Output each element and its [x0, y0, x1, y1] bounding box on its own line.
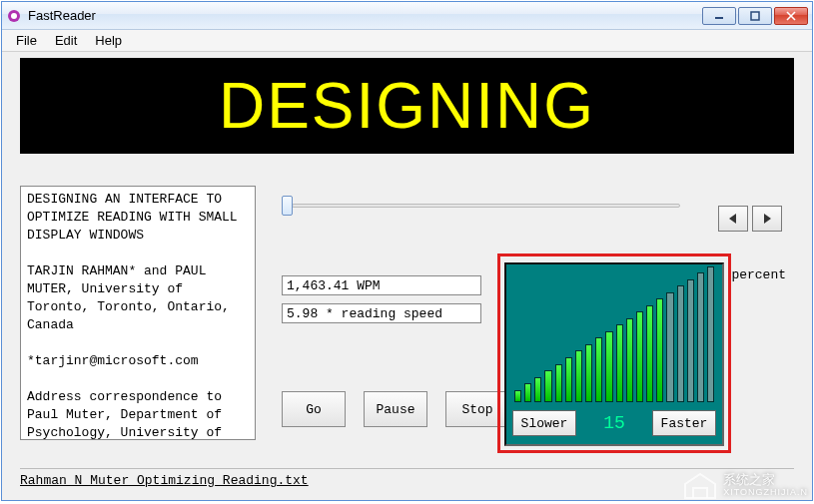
playback-controls: Go Pause Stop — [282, 391, 509, 427]
menubar: File Edit Help — [2, 30, 812, 52]
next-button[interactable] — [752, 206, 782, 232]
speed-bar — [544, 370, 551, 402]
menu-edit[interactable]: Edit — [47, 31, 85, 50]
minimize-button[interactable] — [702, 7, 736, 25]
source-text-box[interactable]: DESIGNING AN INTERFACE TO OPTIMIZE READI… — [20, 186, 256, 440]
menu-file[interactable]: File — [8, 31, 45, 50]
speed-bar — [656, 298, 663, 402]
app-window: FastReader File Edit Help DESIGNING DESI… — [1, 1, 813, 501]
slider-thumb[interactable] — [282, 196, 293, 216]
speed-bar — [707, 266, 714, 402]
status-filename: Rahman_N_Muter_Optimizing_Reading.txt — [20, 473, 309, 488]
word-display: DESIGNING — [20, 58, 794, 154]
window-title: FastReader — [28, 8, 702, 23]
speed-bar — [666, 292, 673, 402]
speed-bar — [636, 311, 643, 402]
speed-bar — [555, 364, 562, 403]
progress-slider[interactable] — [282, 194, 680, 216]
speed-bar — [646, 305, 653, 402]
speed-value: 15 — [603, 413, 625, 433]
pause-button[interactable]: Pause — [364, 391, 427, 427]
app-icon — [6, 8, 22, 24]
slower-button[interactable]: Slower — [512, 410, 576, 436]
close-button[interactable] — [774, 7, 808, 25]
speed-bar — [595, 337, 602, 402]
menu-help[interactable]: Help — [87, 31, 130, 50]
speed-bar — [616, 324, 623, 402]
wpm-readout: 1,463.41 WPM — [282, 275, 481, 295]
svg-marker-6 — [729, 214, 736, 224]
speed-panel: Slower 15 Faster — [504, 262, 724, 446]
current-word: DESIGNING — [219, 69, 595, 143]
speed-bar — [687, 279, 694, 402]
speed-bar — [626, 318, 633, 402]
nav-arrows — [718, 206, 782, 232]
prev-button[interactable] — [718, 206, 748, 232]
faster-button[interactable]: Faster — [652, 410, 716, 436]
maximize-button[interactable] — [738, 7, 772, 25]
reading-speed-readout: 5.98 * reading speed — [282, 303, 481, 323]
speed-bar — [524, 383, 531, 402]
speed-bar — [677, 285, 684, 402]
speed-controls: Slower 15 Faster — [512, 408, 716, 438]
svg-rect-3 — [751, 12, 759, 20]
titlebar: FastReader — [2, 2, 812, 30]
speed-bar — [514, 390, 521, 402]
speed-bars — [514, 278, 714, 402]
svg-point-1 — [11, 13, 17, 19]
speed-bar — [534, 377, 541, 402]
speed-bar — [605, 331, 612, 402]
speed-panel-highlight: Slower 15 Faster — [497, 253, 731, 453]
speed-bar — [697, 272, 704, 402]
status-bar: Rahman_N_Muter_Optimizing_Reading.txt — [20, 468, 794, 488]
window-controls — [702, 7, 808, 25]
client-area: DESIGNING DESIGNING AN INTERFACE TO OPTI… — [6, 54, 808, 496]
go-button[interactable]: Go — [282, 391, 346, 427]
speed-bar — [565, 357, 572, 402]
slider-track — [292, 204, 680, 208]
speed-bar — [585, 344, 592, 402]
svg-marker-7 — [764, 214, 771, 224]
speed-bar — [575, 350, 582, 402]
